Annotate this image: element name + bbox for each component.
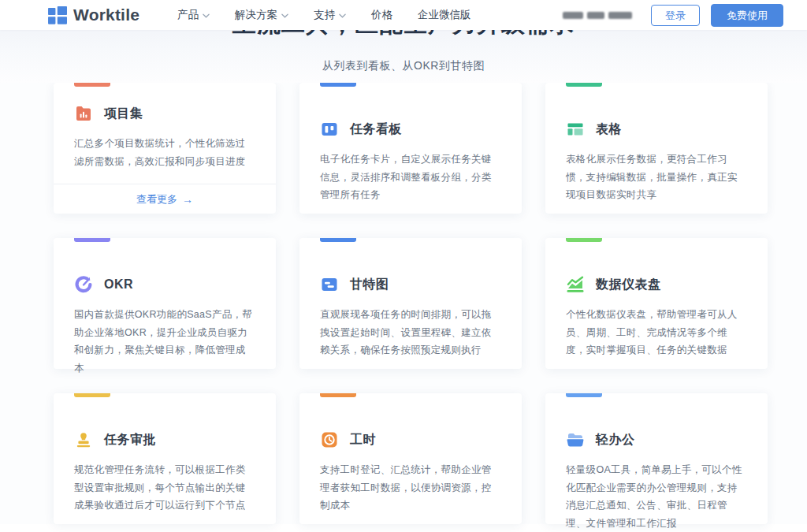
chevron-down-icon [203, 13, 210, 18]
feature-card[interactable]: 任务看板 电子化任务卡片，自定义展示任务关键信息，灵活排序和调整看板分组，分类管… [299, 83, 522, 214]
card-accent-bar [320, 393, 356, 397]
card-accent-bar [566, 238, 602, 242]
card-title: 任务看板 [350, 121, 402, 138]
card-accent-bar [320, 83, 356, 87]
nav-item[interactable]: 产品 [177, 8, 210, 22]
card-accent-bar [566, 83, 602, 87]
card-title: 数据仪表盘 [596, 277, 661, 293]
card-accent-bar [566, 393, 602, 397]
brand-name: Worktile [73, 6, 139, 24]
card-description: 表格化展示任务数据，更符合工作习惯，支持编辑数据，批量操作，真正实现项目数据实时… [566, 151, 747, 204]
okr-target-icon [74, 275, 93, 294]
chevron-down-icon [339, 13, 346, 18]
kanban-board-icon [320, 120, 339, 139]
feature-card[interactable]: 表格 表格化展示任务数据，更符合工作习惯，支持编辑数据，批量操作，真正实现项目数… [545, 83, 768, 214]
feature-card[interactable]: 数据仪表盘 个性化数据仪表盘，帮助管理者可从人员、周期、工时、完成情况等多个维度… [545, 238, 768, 369]
chevron-down-icon [281, 13, 288, 18]
nav-item[interactable]: 价格 [371, 8, 392, 22]
worktile-logo-icon [47, 6, 67, 25]
feature-card[interactable]: 甘特图 直观展现各项任务的时间排期，可以拖拽设置起始时间、设置里程碑、建立依赖关… [299, 238, 522, 369]
gantt-chart-icon [320, 275, 339, 294]
table-grid-icon [566, 120, 585, 139]
phone-number-redacted [563, 12, 632, 19]
card-description: 个性化数据仪表盘，帮助管理者可从人员、周期、工时、完成情况等多个维度，实时掌握项… [566, 306, 747, 359]
free-signup-button[interactable]: 免费使用 [711, 4, 783, 27]
dashboard-chart-icon [566, 275, 585, 294]
card-title: 工时 [350, 432, 376, 448]
login-button[interactable]: 登录 [651, 5, 700, 26]
feature-card[interactable]: 轻办公 轻量级OA工具，简单易上手，可以个性化匹配企业需要的办公管理规则，支持消… [545, 393, 768, 524]
card-description: 汇总多个项目数据统计，个性化筛选过滤所需数据，高效汇报和同步项目进度 [74, 135, 255, 170]
card-description: 轻量级OA工具，简单易上手，可以个性化匹配企业需要的办公管理规则，支持消息汇总通… [566, 461, 747, 532]
card-accent-bar [74, 83, 110, 87]
portfolio-folder-icon [74, 104, 93, 123]
main-nav: 产品 解决方案 支持 价格 企业微信版 [177, 8, 471, 22]
card-title: 任务审批 [104, 432, 156, 448]
card-accent-bar [320, 238, 356, 242]
nav-right: 登录 免费使用 [563, 4, 783, 27]
features-section: 项目集 汇总多个项目数据统计，个性化筛选过滤所需数据，高效汇报和同步项目进度 查… [0, 83, 807, 524]
card-title: 表格 [596, 121, 622, 138]
features-grid: 项目集 汇总多个项目数据统计，个性化筛选过滤所需数据，高效汇报和同步项目进度 查… [54, 83, 768, 524]
hero-subtitle: 从列表到看板、从OKR到甘特图 [0, 59, 807, 73]
arrow-right-icon: → [182, 193, 193, 206]
clock-icon [320, 430, 339, 449]
card-description: 直观展现各项任务的时间排期，可以拖拽设置起始时间、设置里程碑、建立依赖关系，确保… [320, 306, 501, 359]
nav-item[interactable]: 解决方案 [235, 8, 288, 22]
card-footer: 查看更多 → [54, 184, 276, 214]
card-description: 规范化管理任务流转，可以根据工作类型设置审批规则，每个节点输出的关键成果验收通过… [74, 461, 255, 515]
card-accent-bar [74, 393, 110, 397]
card-description: 支持工时登记、汇总统计，帮助企业管理者获知工时数据，以便协调资源，控制成本 [320, 461, 501, 515]
navbar: Worktile 产品 解决方案 支持 价格 企业微信版 [0, 0, 807, 30]
card-title: OKR [104, 277, 133, 292]
feature-card[interactable]: 任务审批 规范化管理任务流转，可以根据工作类型设置审批规则，每个节点输出的关键成… [54, 393, 276, 524]
brand-logo[interactable]: Worktile [47, 6, 139, 25]
office-folder-icon [566, 430, 585, 449]
card-title: 甘特图 [350, 277, 389, 293]
card-description: 电子化任务卡片，自定义展示任务关键信息，灵活排序和调整看板分组，分类管理所有任务 [320, 151, 501, 204]
nav-item[interactable]: 支持 [314, 8, 346, 22]
card-title: 项目集 [104, 106, 143, 122]
approval-stamp-icon [74, 430, 93, 449]
see-more-link[interactable]: 查看更多 → [136, 192, 193, 206]
card-accent-bar [74, 238, 110, 242]
card-description: 国内首款提供OKR功能的SaaS产品，帮助企业落地OKR，提升企业成员自驱力和创… [74, 306, 255, 377]
feature-card[interactable]: 项目集 汇总多个项目数据统计，个性化筛选过滤所需数据，高效汇报和同步项目进度 查… [54, 83, 276, 214]
feature-card[interactable]: OKR 国内首款提供OKR功能的SaaS产品，帮助企业落地OKR，提升企业成员自… [54, 238, 276, 369]
feature-card[interactable]: 工时 支持工时登记、汇总统计，帮助企业管理者获知工时数据，以便协调资源，控制成本 [299, 393, 522, 524]
card-title: 轻办公 [596, 432, 635, 448]
nav-item[interactable]: 企业微信版 [418, 8, 471, 22]
